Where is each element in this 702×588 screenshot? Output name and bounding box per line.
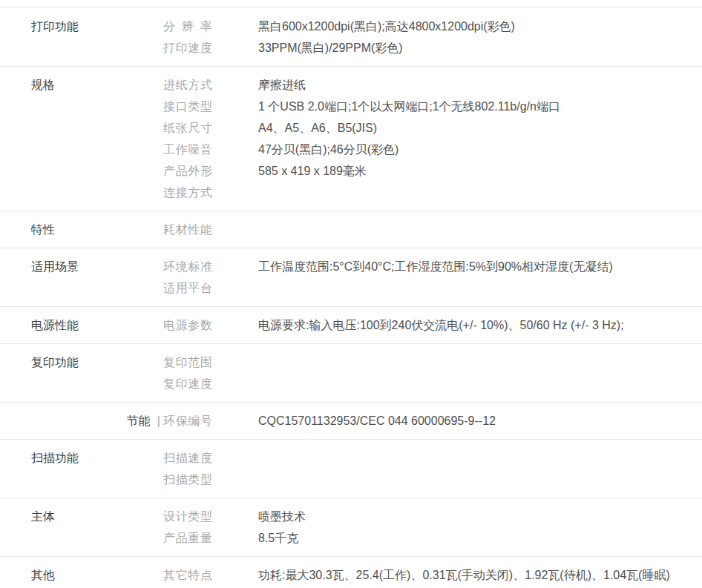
rows-cell: 进纸方式 摩擦进纸 接口类型 1 个USB 2.0端口;1个以太网端口;1个无线… [163, 74, 702, 203]
attr-value [258, 277, 702, 299]
rows-cell: 扫描速度 扫描类型 [163, 447, 702, 490]
spec-row: 进纸方式 摩擦进纸 [163, 74, 702, 96]
spec-row: 工作噪音 47分贝(黑白);46分贝(彩色) [163, 139, 702, 160]
attr-label: 打印速度 [163, 37, 212, 59]
attr-label: 扫描类型 [163, 469, 212, 490]
spec-row: 其它特点 功耗:最大30.3瓦、25.4(工作)、0.31瓦(手动关闭)、1.9… [163, 564, 702, 586]
spec-section: 适用场景 环境标准 工作温度范围:5°C到40°C;工作湿度范围:5%到90%相… [0, 248, 702, 307]
rows-cell: 耗材性能 [163, 219, 702, 240]
category-cell: 电源性能 [31, 314, 163, 336]
spec-row: 产品重量 8.5千克 [163, 527, 702, 549]
category-cell: 打印功能 [31, 16, 163, 37]
attr-label: 接口类型 [163, 96, 212, 117]
category-cell: 扫描功能 [31, 447, 163, 469]
attr-label: 纸张尺寸 [163, 117, 212, 139]
spec-row: 复印速度 [163, 373, 702, 394]
spec-row: 适用平台 [163, 277, 702, 299]
category-label: 其他 [31, 564, 55, 586]
attr-label: 工作噪音 [163, 139, 212, 160]
attr-value: 黑白600x1200dpi(黑白);高达4800x1200dpi(彩色) [258, 16, 702, 37]
category-cell: 主体 [31, 506, 163, 527]
spec-section: 扫描功能 扫描速度 扫描类型 [0, 440, 702, 498]
category-label: 复印功能 [31, 351, 79, 373]
attr-label: 进纸方式 [163, 74, 212, 96]
attr-label: 环境标准 [163, 256, 212, 277]
attr-label: 耗材性能 [163, 219, 212, 240]
spec-section: 其他 其它特点 功耗:最大30.3瓦、25.4(工作)、0.31瓦(手动关闭)、… [0, 557, 702, 588]
category-cell: 其他 [31, 564, 163, 586]
attr-label: 环保编号 [163, 410, 212, 432]
attr-value: 电源要求:输入电压:100到240伏交流电(+/- 10%)、50/60 Hz … [258, 314, 702, 336]
attr-value: 喷墨技术 [258, 506, 702, 527]
spec-row: 分辨率 黑白600x1200dpi(黑白);高达4800x1200dpi(彩色) [163, 16, 702, 37]
attr-label: 连接方式 [163, 182, 212, 203]
rows-cell: 电源参数 电源要求:输入电压:100到240伏交流电(+/- 10%)、50/6… [163, 314, 702, 336]
attr-value: 1 个USB 2.0端口;1个以太网端口;1个无线802.11b/g/n端口 [258, 96, 702, 117]
attr-value: 功耗:最大30.3瓦、25.4(工作)、0.31瓦(手动关闭)、1.92瓦(待机… [258, 564, 702, 586]
attr-value [258, 351, 702, 373]
attr-label: 扫描速度 [163, 447, 212, 469]
spec-section: 电源性能 电源参数 电源要求:输入电压:100到240伏交流电(+/- 10%)… [0, 307, 702, 344]
attr-label: 设计类型 [163, 506, 212, 527]
spec-row: 复印范围 [163, 351, 702, 373]
attr-value [258, 182, 702, 203]
attr-value [258, 219, 702, 240]
spec-row: 电源参数 电源要求:输入电压:100到240伏交流电(+/- 10%)、50/6… [163, 314, 702, 336]
category-separator: | [151, 410, 163, 432]
spec-section: 复印功能 复印范围 复印速度 [0, 344, 702, 403]
spec-row: 设计类型 喷墨技术 [163, 506, 702, 527]
category-cell: 规格 [31, 74, 163, 96]
attr-label: 电源参数 [163, 314, 212, 336]
attr-value [258, 447, 702, 469]
attr-value: 33PPM(黑白)/29PPM(彩色) [258, 37, 702, 59]
attr-value: 585 x 419 x 189毫米 [258, 160, 702, 182]
attr-label: 适用平台 [163, 277, 212, 299]
spec-row: 耗材性能 [163, 219, 702, 240]
attr-value: 摩擦进纸 [258, 74, 702, 96]
category-label: 特性 [31, 219, 55, 240]
spec-row: 连接方式 [163, 182, 702, 203]
category-label: 规格 [31, 74, 55, 96]
attr-label: 复印速度 [163, 373, 212, 394]
rows-cell: 分辨率 黑白600x1200dpi(黑白);高达4800x1200dpi(彩色)… [163, 16, 702, 59]
attr-label: 产品重量 [163, 527, 212, 549]
spec-section: 特性 耗材性能 [0, 211, 702, 248]
category-cell: 适用场景 [31, 256, 163, 277]
category-cell: 复印功能 [31, 351, 163, 373]
attr-value: CQC15701132953/CEC 044 60000695-9--12 [258, 410, 702, 432]
category-label: 电源性能 [31, 314, 79, 336]
rows-cell: 复印范围 复印速度 [163, 351, 702, 394]
product-spec-page: 打印功能 分辨率 黑白600x1200dpi(黑白);高达4800x1200dp… [0, 0, 702, 588]
attr-label: 复印范围 [163, 351, 212, 373]
attr-value: 工作温度范围:5°C到40°C;工作湿度范围:5%到90%相对湿度(无凝结) [258, 256, 702, 277]
spec-row: 环保编号 CQC15701132953/CEC 044 60000695-9--… [163, 410, 702, 432]
spec-section: 节能 | 环保编号 CQC15701132953/CEC 044 6000069… [0, 403, 702, 440]
spec-row: 打印速度 33PPM(黑白)/29PPM(彩色) [163, 37, 702, 59]
rows-cell: 环境标准 工作温度范围:5°C到40°C;工作湿度范围:5%到90%相对湿度(无… [163, 256, 702, 299]
attr-value: 47分贝(黑白);46分贝(彩色) [258, 139, 702, 160]
spec-row: 环境标准 工作温度范围:5°C到40°C;工作湿度范围:5%到90%相对湿度(无… [163, 256, 702, 277]
category-label: 扫描功能 [31, 447, 79, 469]
category-label: 节能 [127, 410, 151, 432]
spec-row: 扫描速度 [163, 447, 702, 469]
spec-section: 主体 设计类型 喷墨技术 产品重量 8.5千克 [0, 498, 702, 557]
category-cell: 节能 | [31, 410, 163, 432]
rows-cell: 设计类型 喷墨技术 产品重量 8.5千克 [163, 506, 702, 549]
category-label: 适用场景 [31, 256, 79, 277]
attr-value [258, 373, 702, 394]
spec-row: 产品外形 585 x 419 x 189毫米 [163, 160, 702, 182]
spec-row: 接口类型 1 个USB 2.0端口;1个以太网端口;1个无线802.11b/g/… [163, 96, 702, 117]
rows-cell: 其它特点 功耗:最大30.3瓦、25.4(工作)、0.31瓦(手动关闭)、1.9… [163, 564, 702, 586]
category-cell: 特性 [31, 219, 163, 240]
rows-cell: 环保编号 CQC15701132953/CEC 044 60000695-9--… [163, 410, 702, 432]
attr-label: 分辨率 [163, 16, 212, 37]
spec-row: 纸张尺寸 A4、A5、A6、B5(JIS) [163, 117, 702, 139]
category-label: 主体 [31, 506, 55, 527]
category-label: 打印功能 [31, 16, 79, 37]
spec-section: 规格 进纸方式 摩擦进纸 接口类型 1 个USB 2.0端口;1个以太网端口;1… [0, 67, 702, 211]
attr-label: 其它特点 [163, 564, 212, 586]
attr-value [258, 469, 702, 490]
attr-value: 8.5千克 [258, 527, 702, 549]
attr-label: 产品外形 [163, 160, 212, 182]
spec-section: 打印功能 分辨率 黑白600x1200dpi(黑白);高达4800x1200dp… [0, 8, 702, 67]
